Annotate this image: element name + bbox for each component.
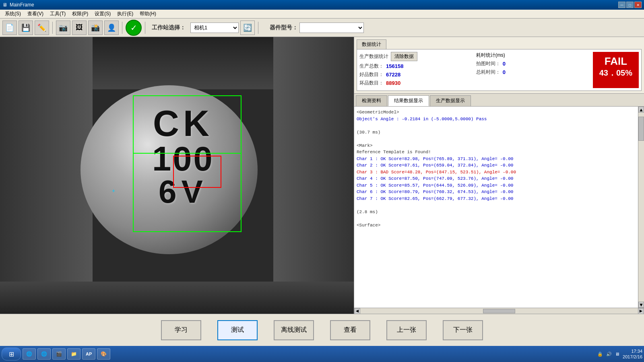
prev-button[interactable]: 上一张 [386,320,427,340]
scroll-left[interactable]: ◄ [354,308,360,314]
result-area-wrapper: <GeometricModel> Object's Angle : -0.218… [354,107,644,308]
taskbar-media[interactable]: 🎬 [52,348,66,360]
clock-display: 17:34 2017/2/16 [623,348,642,360]
log-line-7: Reference Template is Found! [357,149,636,156]
scroll-right[interactable]: ► [638,308,644,314]
learn-button[interactable]: 学习 [161,320,201,340]
h-scroll-track [360,308,638,314]
good-row: 好品数目： 67228 [359,71,472,78]
log-line-char2: Char 2 : OK Score=87.61, Pos=(659.04, 37… [357,162,636,169]
image-right [273,37,354,314]
time-stats: 耗时统计(ms) 拍图时间： 0 总耗时间： 0 [476,52,589,88]
tab-result-data[interactable]: 结果数据显示 [388,95,429,106]
next-button[interactable]: 下一张 [443,320,483,340]
stats-tab[interactable]: 数据统计 [357,39,386,49]
taskbar-folder[interactable]: 📁 [67,348,80,360]
maximize-button[interactable]: □ [626,2,634,8]
log-line-space2 [357,215,636,222]
crosshair: + [112,187,115,194]
taskbar-paint[interactable]: 🎨 [97,348,110,360]
tab-inspection[interactable]: 检测资料 [356,95,387,106]
bottom-bar: 学习 测试 离线测试 查看 上一张 下一张 [0,314,644,346]
menu-permission[interactable]: 权限(P) [69,10,91,18]
good-label: 好品数目： [359,71,384,78]
separator-1 [52,22,53,34]
scroll-up[interactable]: ▲ [638,107,644,113]
log-line-char3: Char 3 : BAD Score=48.28, Pos=(847.15, 5… [357,169,636,176]
photo-time-value: 0 [503,61,506,67]
log-line-3 [357,122,636,129]
title-text: MainFrame [10,2,34,8]
menu-tools[interactable]: 工具(T) [47,10,69,18]
total-time-value: 0 [503,69,506,75]
taskbar-ie1[interactable]: 🌐 [23,348,36,360]
title-bar: 🖥 MainFrame ─ □ ✕ [0,0,644,10]
toolbar: 📄 💾 ✏️ 📷 🖼 📸 👤 ✓ 工作站选择： 相机1 🔄 器件型号： [0,19,644,37]
log-line-4: (30.7 ms) [357,129,636,136]
menu-system[interactable]: 系统(S) [2,10,24,18]
ie2-icon: 🌐 [41,351,47,357]
fail-badge: FAIL 43．05% [593,52,639,88]
image-bottom [0,282,354,314]
edit-button[interactable]: ✏️ [35,21,49,35]
total-label: 生产总数： [359,63,384,70]
menu-help[interactable]: 帮助(H) [136,10,159,18]
stats-content: 生产数据统计 清除数据 生产总数： 156158 好品数目： 67228 坏 [357,49,642,91]
view-button[interactable]: 查看 [330,320,370,340]
separator-3 [145,22,145,34]
production-label: 生产数据统计 [359,53,388,60]
scroll-down[interactable]: ▼ [638,302,644,308]
check-button[interactable]: ✓ [126,20,142,36]
image-button[interactable]: 🖼 [72,21,87,35]
result-scrollbar[interactable]: ▲ ▼ [638,107,644,308]
total-time-label: 总耗时间： [476,69,500,76]
minimize-button[interactable]: ─ [618,2,625,8]
bad-label: 坏品数目： [359,80,384,86]
close-button[interactable]: ✕ [634,2,642,8]
window-title: 🖥 MainFrame [2,2,34,8]
menu-view[interactable]: 查看(V) [24,10,47,18]
device-label: 器件型号： [270,24,298,31]
taskbar-ap[interactable]: AP [82,348,95,360]
start-button[interactable]: ⊞ [2,348,21,360]
red-box-bad [173,156,221,188]
taskbar: ⊞ 🌐 🌐 🎬 📁 AP 🎨 🔒 🔊 🖥 17:34 2017/2/16 [0,346,644,362]
sys-tray-icon1: 🔒 [597,352,603,357]
camera-button[interactable]: 📷 [56,21,70,35]
log-line-char5: Char 5 : OK Score=85.57, Pos=(644.59, 52… [357,182,636,189]
clear-button[interactable]: 清除数据 [391,52,417,61]
scroll-thumb[interactable] [638,117,644,141]
total-value: 156158 [386,63,403,69]
fail-pct: 43．05% [599,68,632,78]
log-line-char6: Char 6 : OK Score=80.79, Pos=(760.32, 67… [357,189,636,195]
menu-execute[interactable]: 执行(E) [114,10,136,18]
tab-production-data[interactable]: 生产数据显示 [430,95,471,106]
new-button[interactable]: 📄 [2,21,17,35]
right-panel: 数据统计 生产数据统计 清除数据 生产总数： 156158 好品数目： [354,37,644,314]
refresh-button[interactable]: 🔄 [240,21,255,35]
photo-button[interactable]: 📸 [88,21,103,35]
log-line-char4: Char 4 : OK Score=87.50, Pos=(747.09, 52… [357,175,636,182]
user-button[interactable]: 👤 [104,21,119,35]
time-title: 耗时统计(ms) [476,52,589,59]
taskbar-ie2[interactable]: 🌐 [37,348,51,360]
image-left [0,37,93,314]
log-line-char1: Char 1 : OK Score=82.98, Pos=(765.89, 37… [357,156,636,162]
image-canvas: CK 100 6V + [0,37,354,314]
h-scroll-thumb[interactable] [483,309,515,313]
time-text: 17:34 [623,348,642,354]
total-row: 生产总数： 156158 [359,63,472,70]
content-area: CK 100 6V + X,Y:97,674 RGB:(34, 34, 34) [0,37,644,314]
stats-left: 生产数据统计 清除数据 生产总数： 156158 好品数目： 67228 坏 [359,52,472,88]
image-panel: CK 100 6V + X,Y:97,674 RGB:(34, 34, 34) [0,37,354,314]
test-button[interactable]: 测试 [217,320,258,340]
menu-bar: 系统(S) 查看(V) 工具(T) 权限(P) 设置(S) 执行(E) 帮助(H… [0,10,644,19]
station-select[interactable]: 相机1 [190,23,239,33]
offline-test-button[interactable]: 离线测试 [274,320,314,340]
save-button[interactable]: 💾 [19,21,33,35]
menu-settings[interactable]: 设置(S) [91,10,114,18]
device-select[interactable] [299,23,364,33]
station-label: 工作站选择： [152,24,186,31]
photo-time-label: 拍图时间： [476,60,500,67]
stats-area: 数据统计 生产数据统计 清除数据 生产总数： 156158 好品数目： [354,37,644,94]
